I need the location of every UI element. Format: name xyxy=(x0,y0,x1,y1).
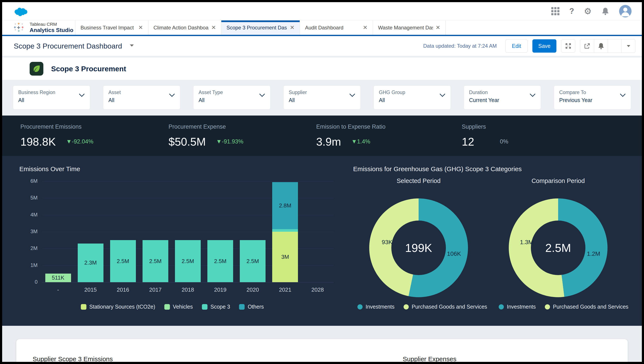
legend-item[interactable]: Investments xyxy=(358,304,394,310)
bar-segment[interactable]: 2.8M xyxy=(272,182,298,229)
tab-close-icon[interactable]: ✕ xyxy=(287,24,294,31)
title-caret-icon[interactable] xyxy=(130,44,134,48)
kpi: Procurement Expense$50.5M▼-91.93% xyxy=(168,124,316,148)
tab-close-icon[interactable]: ✕ xyxy=(433,24,440,31)
kpi-value: $50.5M xyxy=(168,135,206,148)
tab[interactable]: Waste Management Dash...✕ xyxy=(373,21,446,35)
bar-segment[interactable]: 511K xyxy=(45,274,71,282)
selected-period-donut[interactable]: 199K93K106K xyxy=(369,198,468,297)
filter-dropdown[interactable]: DurationCurrent Year xyxy=(464,86,541,110)
blank-button[interactable] xyxy=(608,39,622,53)
tabs: Business Travel Impact✕Climate Action Da… xyxy=(75,21,446,35)
x-tick-label: 2015 xyxy=(74,286,107,293)
tab[interactable]: Audit Dashboard✕ xyxy=(300,21,373,35)
bar-segment[interactable]: 2.5M xyxy=(142,240,168,282)
y-tick-label: 0 xyxy=(10,279,38,285)
section-title: Scope 3 Procurement xyxy=(51,65,126,73)
legend-item[interactable]: Others xyxy=(239,304,264,310)
tab-label: Scope 3 Procurement Das... xyxy=(226,25,287,31)
dashboard-header: Scope 3 Procurement Dashboard Data updat… xyxy=(2,36,642,56)
kpi-label: Procurement Expense xyxy=(168,124,316,130)
legend-item[interactable]: Purchased Goods and Services xyxy=(404,304,487,310)
comparison-period-donut[interactable]: 2.5M1.3M1.2M xyxy=(509,198,608,297)
more-actions-button[interactable] xyxy=(622,39,635,53)
bar-segment[interactable]: 3M xyxy=(272,232,298,282)
tab-close-icon[interactable]: ✕ xyxy=(209,24,216,31)
kpi-value: 198.8K xyxy=(20,135,56,148)
bar-2020[interactable]: 2.5M xyxy=(240,240,266,282)
tab-close-icon[interactable]: ✕ xyxy=(136,24,143,31)
share-button[interactable] xyxy=(580,39,594,53)
legend-item[interactable]: Scope 3 xyxy=(202,304,230,310)
y-tick-label: 6M xyxy=(10,178,38,184)
filter-dropdown[interactable]: Asset TypeAll xyxy=(193,86,270,110)
filter-dropdown[interactable]: Compare ToPrevious Year xyxy=(554,86,631,110)
bar-segment[interactable]: 2.5M xyxy=(110,240,136,282)
edit-button[interactable]: Edit xyxy=(505,39,528,53)
comparison-period-subtitle: Comparison Period xyxy=(509,177,608,184)
filter-dropdown[interactable]: AssetAll xyxy=(103,86,180,110)
bar-2019[interactable]: 2.5M xyxy=(207,240,233,282)
legend-item[interactable]: Vehicles xyxy=(164,304,193,310)
selected-period-subtitle: Selected Period xyxy=(369,177,468,184)
bar-value-label: 3M xyxy=(281,254,289,260)
legend-item[interactable]: Investments xyxy=(499,304,536,310)
filter-label: Asset Type xyxy=(198,90,265,95)
save-button[interactable]: Save xyxy=(532,39,556,53)
gridline xyxy=(42,282,334,282)
bar-2015[interactable]: 2.3M xyxy=(78,243,104,282)
kpi-value-row: 120% xyxy=(462,135,508,148)
user-avatar[interactable] xyxy=(619,5,632,18)
kpi-label: Procurement Emissions xyxy=(20,124,168,130)
x-tick-label: 2019 xyxy=(204,286,236,293)
tab[interactable]: Scope 3 Procurement Das...✕ xyxy=(221,21,300,35)
bar-segment[interactable]: 2.5M xyxy=(240,240,266,282)
help-icon[interactable]: ? xyxy=(569,7,574,16)
x-tick-label: 2020 xyxy=(236,286,269,293)
legend-dot xyxy=(358,304,362,309)
subscribe-bell-button[interactable] xyxy=(594,39,608,53)
bar-value-label: 2.8M xyxy=(279,202,291,209)
bar-segment[interactable]: 2.5M xyxy=(207,240,233,282)
tab[interactable]: Business Travel Impact✕ xyxy=(75,21,148,35)
bar-2018[interactable]: 2.5M xyxy=(175,240,201,282)
bar-chart-legend: Stationary Sources (tCO2e)VehiclesScope … xyxy=(81,304,264,310)
tab[interactable]: Climate Action Dashboard✕ xyxy=(148,21,221,35)
filter-label: Compare To xyxy=(559,90,626,95)
bar-2021[interactable]: 3M2.8M xyxy=(272,182,298,282)
tab-label: Business Travel Impact xyxy=(80,25,136,31)
notifications-bell-icon[interactable] xyxy=(602,7,609,15)
bar-segment[interactable]: 2.5M xyxy=(175,240,201,282)
legend-item[interactable]: Purchased Goods and Services xyxy=(545,304,628,310)
bar-segment[interactable]: 2.3M xyxy=(78,243,104,282)
screenshot-frame: ? ⚙ + + + + + + + + + Table xyxy=(0,0,644,364)
tab-close-icon[interactable]: ✕ xyxy=(360,24,368,31)
filter-label: GHG Group xyxy=(379,90,446,95)
x-tick-label: 2016 xyxy=(107,286,139,293)
filter-dropdown[interactable]: GHG GroupAll xyxy=(374,86,451,110)
bell-icon xyxy=(598,43,604,49)
bar-2016[interactable]: 2.5M xyxy=(110,240,136,282)
tab-label: Audit Dashboard xyxy=(305,25,360,31)
legend-label: Others xyxy=(248,304,264,310)
bar-value-label: 2.5M xyxy=(182,258,194,265)
donut-panel-title: Emissions for Greenhouse Gas (GHG) Scope… xyxy=(353,165,522,173)
bar--[interactable]: 511K xyxy=(45,274,71,282)
bar-2017[interactable]: 2.5M xyxy=(142,240,168,282)
app-launcher-icon[interactable] xyxy=(551,7,560,15)
y-tick-label: 4M xyxy=(10,212,38,218)
analytics-studio-logo-block[interactable]: + + + + + + + + + Tableau CRM Analytics … xyxy=(2,21,75,35)
kpi-delta: ▼-92.04% xyxy=(66,138,94,145)
filter-dropdown[interactable]: Business RegionAll xyxy=(13,86,90,110)
chevron-down-icon xyxy=(259,93,265,98)
fullscreen-button[interactable] xyxy=(561,39,575,53)
kpi-value-row: 198.8K▼-92.04% xyxy=(20,135,168,148)
bar-segment[interactable] xyxy=(272,229,298,232)
legend-label: Vehicles xyxy=(173,304,193,310)
page-title: Scope 3 Procurement Dashboard xyxy=(14,42,122,50)
donut-slice-label: 93K xyxy=(371,239,403,246)
tableau-crm-logo-icon: + + + + + + + + + xyxy=(13,22,25,34)
gear-icon[interactable]: ⚙ xyxy=(584,7,592,16)
filter-dropdown[interactable]: SupplierAll xyxy=(283,86,361,110)
legend-item[interactable]: Stationary Sources (tCO2e) xyxy=(81,304,155,310)
